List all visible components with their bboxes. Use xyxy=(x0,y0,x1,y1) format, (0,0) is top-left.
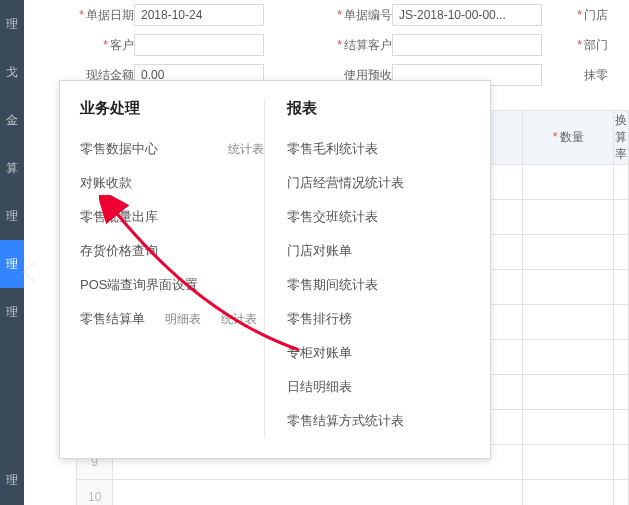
grid-cell[interactable] xyxy=(614,235,629,270)
grid-cell[interactable] xyxy=(523,480,614,506)
grid-cell[interactable] xyxy=(614,445,629,480)
form-area: *单据日期 *单据编号 *门店 *客户 *结算客户 *部门 现结金额 使用预收 … xyxy=(24,0,629,90)
menu-sub[interactable]: 明细表 xyxy=(165,311,201,328)
field-label: *单据日期 xyxy=(24,7,134,24)
grid-cell[interactable] xyxy=(523,445,614,480)
popup-col-reports: 报表 零售毛利统计表 门店经营情况统计表 零售交班统计表 门店对账单 零售期间统… xyxy=(264,99,471,438)
menu-stock-price-query[interactable]: 存货价格查询 xyxy=(80,234,264,268)
nav-item[interactable]: 理 xyxy=(0,288,24,336)
menu-reconcile-receipt[interactable]: 对账收款 xyxy=(80,166,264,200)
menu-pos-query-ui[interactable]: POS端查询界面设置 xyxy=(80,268,264,302)
grid-cell[interactable] xyxy=(523,410,614,445)
grid-cell[interactable] xyxy=(614,375,629,410)
field-label: 抹零 xyxy=(560,67,608,84)
nav-item[interactable]: 戈 xyxy=(0,48,24,96)
left-nav: 理 戈 金 算 理 理 理 理 xyxy=(0,0,24,505)
field-label: *客户 xyxy=(24,37,134,54)
grid-cell[interactable] xyxy=(614,270,629,305)
menu-counter-statement[interactable]: 专柜对账单 xyxy=(287,336,471,370)
grid-cell[interactable] xyxy=(523,375,614,410)
nav-item-selected[interactable]: 理 xyxy=(0,240,24,288)
nav-item[interactable]: 理 xyxy=(0,456,24,504)
menu-gross-profit-report[interactable]: 零售毛利统计表 xyxy=(287,132,471,166)
grid-cell[interactable] xyxy=(523,165,614,200)
col-header-qty[interactable]: *数量 xyxy=(523,111,614,165)
nav-item[interactable]: 理 xyxy=(0,0,24,48)
field-label: *结算客户 xyxy=(282,37,392,54)
menu-retail-ranking[interactable]: 零售排行榜 xyxy=(287,302,471,336)
menu-settle-method-report[interactable]: 零售结算方式统计表 xyxy=(287,404,471,438)
menu-popup: 业务处理 零售数据中心统计表 对账收款 零售批量出库 存货价格查询 POS端查询… xyxy=(59,80,491,459)
popup-caption: 报表 xyxy=(287,99,471,118)
grid-cell[interactable] xyxy=(523,200,614,235)
grid-cell[interactable] xyxy=(523,305,614,340)
col-header-rate[interactable]: 换算率 xyxy=(614,111,629,165)
menu-daily-detail[interactable]: 日结明细表 xyxy=(287,370,471,404)
grid-cell[interactable] xyxy=(614,305,629,340)
grid-cell[interactable] xyxy=(614,200,629,235)
menu-store-operation-report[interactable]: 门店经营情况统计表 xyxy=(287,166,471,200)
menu-sub[interactable]: 统计表 xyxy=(228,141,264,158)
grid-cell[interactable] xyxy=(523,270,614,305)
popup-col-business: 业务处理 零售数据中心统计表 对账收款 零售批量出库 存货价格查询 POS端查询… xyxy=(80,99,264,438)
customer-input[interactable] xyxy=(134,34,264,56)
menu-sub[interactable]: 统计表 xyxy=(221,311,257,328)
settle-customer-input[interactable] xyxy=(392,34,542,56)
menu-retail-data-center[interactable]: 零售数据中心统计表 xyxy=(80,132,264,166)
menu-period-report[interactable]: 零售期间统计表 xyxy=(287,268,471,302)
rownum: 10 xyxy=(77,480,113,506)
bill-no-input[interactable] xyxy=(392,4,542,26)
nav-item[interactable]: 金 xyxy=(0,96,24,144)
nav-item[interactable]: 理 xyxy=(0,192,24,240)
field-label: *部门 xyxy=(560,37,608,54)
menu-store-statement[interactable]: 门店对账单 xyxy=(287,234,471,268)
nav-item[interactable]: 算 xyxy=(0,144,24,192)
grid-cell[interactable] xyxy=(614,340,629,375)
bill-date-input[interactable] xyxy=(134,4,264,26)
menu-shift-report[interactable]: 零售交班统计表 xyxy=(287,200,471,234)
popup-caption: 业务处理 xyxy=(80,99,264,118)
grid-cell[interactable] xyxy=(523,235,614,270)
menu-retail-batch-out[interactable]: 零售批量出库 xyxy=(80,200,264,234)
field-label: *门店 xyxy=(560,7,608,24)
grid-cell[interactable] xyxy=(614,480,629,506)
grid-cell[interactable] xyxy=(614,165,629,200)
menu-retail-settle-sheet[interactable]: 零售结算单明细表统计表 xyxy=(80,302,264,336)
grid-cell[interactable] xyxy=(614,410,629,445)
grid-cell[interactable] xyxy=(113,480,523,506)
grid-cell[interactable] xyxy=(523,340,614,375)
field-label: *单据编号 xyxy=(282,7,392,24)
